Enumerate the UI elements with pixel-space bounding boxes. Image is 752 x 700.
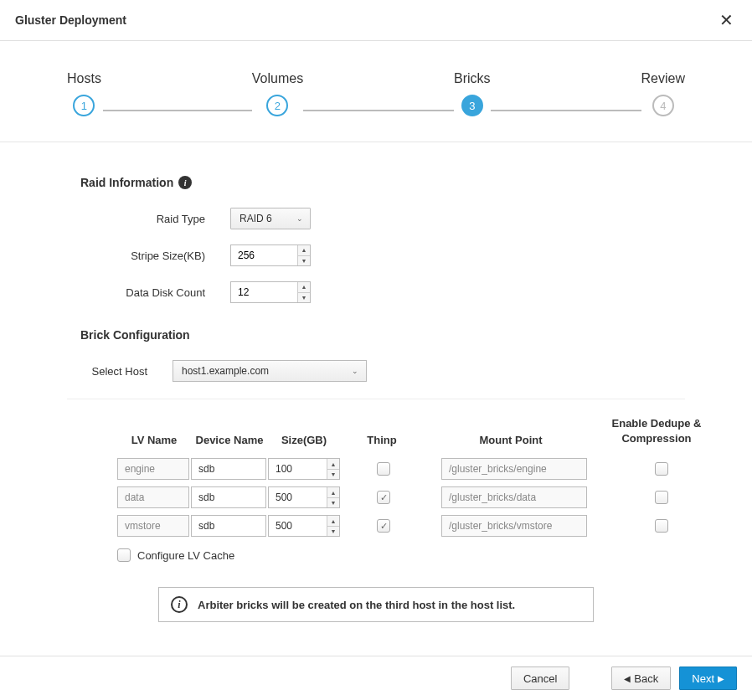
step-connector — [480, 110, 647, 111]
lv-name-input[interactable] — [117, 458, 189, 480]
info-icon[interactable]: i — [178, 176, 192, 189]
chevron-left-icon: ◀ — [624, 674, 631, 683]
step-review[interactable]: Review 4 — [641, 71, 685, 116]
step-number: 2 — [266, 95, 288, 116]
raid-type-select[interactable]: RAID 6 ⌄ — [230, 208, 311, 229]
dialog-title: Gluster Deployment — [15, 13, 126, 27]
brick-config-title: Brick Configuration — [80, 328, 752, 342]
col-size: Size(GB) — [268, 434, 340, 446]
step-volumes[interactable]: Volumes 2 — [252, 71, 303, 116]
step-label: Hosts — [67, 71, 101, 86]
raid-section-title: Raid Information i — [80, 176, 752, 189]
step-label: Bricks — [454, 71, 491, 86]
col-lv-name: LV Name — [117, 434, 191, 446]
select-host-value: host1.example.com — [182, 365, 269, 377]
spinner-down-icon[interactable]: ▼ — [327, 498, 339, 508]
configure-lv-cache-label: Configure LV Cache — [137, 549, 234, 562]
step-number: 1 — [73, 95, 95, 116]
chevron-down-icon: ⌄ — [352, 367, 358, 375]
spinner-up-icon[interactable]: ▲ — [298, 282, 310, 293]
lv-name-input[interactable] — [117, 515, 189, 537]
close-icon: ✕ — [719, 11, 734, 29]
lv-name-input[interactable] — [117, 486, 189, 508]
col-thinp: Thinp — [340, 434, 424, 446]
disk-count-label: Data Disk Count — [0, 286, 230, 299]
col-mount-point: Mount Point — [424, 434, 598, 446]
col-device-name: Device Name — [191, 434, 268, 446]
spinner-down-icon[interactable]: ▼ — [327, 527, 339, 537]
spinner-up-icon[interactable]: ▲ — [298, 245, 310, 256]
mount-point-input[interactable] — [441, 515, 587, 537]
step-number: 4 — [652, 95, 674, 116]
thinp-checkbox[interactable] — [377, 491, 390, 504]
step-label: Review — [641, 71, 685, 86]
device-name-input[interactable] — [191, 486, 266, 508]
back-button[interactable]: ◀ Back — [611, 667, 671, 690]
select-host-dropdown[interactable]: host1.example.com ⌄ — [173, 360, 367, 382]
raid-type-label: Raid Type — [0, 213, 230, 225]
device-name-input[interactable] — [191, 458, 266, 480]
step-connector — [292, 110, 458, 111]
spinner-down-icon[interactable]: ▼ — [298, 293, 310, 303]
cancel-button[interactable]: Cancel — [511, 667, 569, 690]
info-alert: i Arbiter bricks will be created on the … — [158, 587, 594, 622]
col-dedupe: Enable Dedupe & Compression — [598, 416, 715, 446]
step-connector — [103, 110, 270, 111]
table-row: ▲ ▼ — [117, 458, 752, 480]
step-bricks[interactable]: Bricks 3 — [454, 71, 491, 116]
device-name-input[interactable] — [191, 515, 266, 537]
dedupe-checkbox[interactable] — [655, 491, 668, 504]
next-label: Next — [692, 672, 714, 685]
thinp-checkbox[interactable] — [377, 462, 390, 476]
configure-lv-cache-checkbox[interactable] — [117, 548, 131, 562]
step-hosts[interactable]: Hosts 1 — [67, 71, 101, 116]
spinner-up-icon[interactable]: ▲ — [327, 487, 339, 498]
mount-point-input[interactable] — [441, 486, 587, 508]
select-host-label: Select Host — [0, 365, 173, 378]
spinner-down-icon[interactable]: ▼ — [298, 256, 310, 266]
spinner-up-icon[interactable]: ▲ — [327, 459, 339, 470]
raid-section-label: Raid Information — [80, 176, 173, 189]
spinner-down-icon[interactable]: ▼ — [327, 470, 339, 480]
table-row: ▲ ▼ — [117, 486, 752, 508]
dedupe-checkbox[interactable] — [655, 462, 668, 476]
chevron-right-icon: ▶ — [718, 674, 724, 683]
stripe-size-label: Stripe Size(KB) — [0, 250, 230, 262]
next-button[interactable]: Next ▶ — [679, 667, 737, 690]
mount-point-input[interactable] — [441, 458, 587, 480]
divider — [67, 399, 685, 399]
step-label: Volumes — [252, 71, 303, 86]
info-icon: i — [171, 596, 188, 613]
table-row: ▲ ▼ — [117, 515, 752, 537]
step-number: 3 — [461, 95, 483, 116]
alert-text: Arbiter bricks will be created on the th… — [198, 599, 515, 611]
chevron-down-icon: ⌄ — [296, 214, 303, 223]
thinp-checkbox[interactable] — [377, 519, 390, 533]
close-button[interactable]: ✕ — [716, 12, 737, 28]
dedupe-checkbox[interactable] — [655, 519, 668, 533]
back-label: Back — [634, 672, 658, 685]
raid-type-value: RAID 6 — [240, 213, 272, 224]
spinner-up-icon[interactable]: ▲ — [327, 516, 339, 527]
